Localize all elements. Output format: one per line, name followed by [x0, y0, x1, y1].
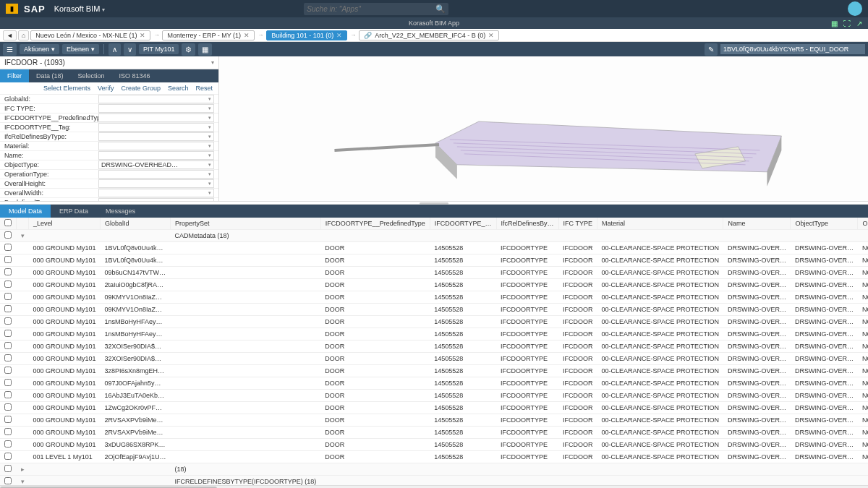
column-header[interactable]: Name — [723, 218, 791, 230]
row-checkbox[interactable] — [4, 268, 12, 275]
row-checkbox[interactable] — [4, 317, 12, 325]
bc-item-0[interactable]: Nuevo León / Mexico - MX-NLE (1)✕ — [30, 30, 150, 40]
expand-icon[interactable]: ⛶ — [843, 20, 851, 27]
column-header[interactable]: IfcRelDefinesBy… — [496, 218, 558, 230]
action-reset[interactable]: Reset — [195, 85, 213, 92]
column-header[interactable]: OperationType — [858, 218, 868, 230]
bc-item-1[interactable]: Monterrey - ERP - MY (1)✕ — [162, 30, 255, 40]
search-box[interactable]: 🔍 — [304, 3, 448, 15]
filter-select[interactable]: ▾ — [98, 142, 214, 150]
table-row[interactable]: 000 GROUND My1011BVL0fQ8v0Uu4k…DOOR14505… — [0, 242, 868, 254]
horizontal-scrollbar[interactable] — [0, 485, 868, 488]
row-checkbox[interactable] — [4, 330, 12, 337]
table-row[interactable]: 000 GROUND My10116AbJ3EuTA0eKb…DOOR14505… — [0, 390, 868, 402]
row-checkbox[interactable] — [4, 281, 12, 288]
row-checkbox[interactable] — [4, 354, 12, 361]
table-row[interactable]: 000 GROUND My1011BVL0fQ8v0Uu4k…DOOR14505… — [0, 254, 868, 267]
table-row[interactable]: 000 GROUND My1011ZwCg2OKr0vPF…DOOR145055… — [0, 402, 868, 414]
column-header[interactable]: Material — [597, 218, 723, 230]
row-checkbox[interactable] — [4, 391, 12, 398]
row-checkbox[interactable] — [4, 244, 12, 251]
table-row[interactable]: 000 GROUND My10109KMYV1On8IaZ…DOOR145055… — [0, 304, 868, 316]
filter-select[interactable]: ▾ — [98, 95, 214, 103]
row-checkbox[interactable] — [4, 293, 12, 300]
bc-item-3[interactable]: 🔗Arch_V22_EX_MEMBER_IFC4 - B (0)✕ — [359, 30, 499, 40]
column-header[interactable] — [0, 218, 17, 230]
avatar[interactable] — [848, 1, 862, 16]
data-grid[interactable]: _LevelGlobalIdPropertySetIFCDOORTYPE__Pr… — [0, 218, 868, 485]
splitter[interactable] — [0, 201, 868, 205]
close-icon[interactable]: ✕ — [488, 32, 494, 39]
table-row[interactable]: 000 GROUND My1012RVSAXPVb9iMe…DOOR145055… — [0, 414, 868, 427]
table-row[interactable]: 000 GROUND My1012taIuiO0gbC8fjRA…DOOR145… — [0, 279, 868, 291]
row-checkbox[interactable] — [4, 477, 12, 484]
filter-select[interactable]: ▾ — [98, 170, 214, 179]
up-button[interactable]: ∧ — [109, 43, 121, 56]
nav-back-button[interactable]: ◄ — [3, 30, 17, 40]
row-checkbox[interactable] — [4, 231, 12, 239]
action-create-group[interactable]: Create Group — [121, 85, 161, 92]
edit-button[interactable]: ✎ — [705, 43, 718, 56]
3d-viewer[interactable] — [219, 56, 868, 201]
filter-select[interactable]: ▾ — [98, 104, 214, 113]
action-search[interactable]: Search — [168, 85, 189, 92]
column-header[interactable]: _Level — [29, 218, 101, 230]
row-checkbox[interactable] — [4, 367, 12, 374]
layout-icon[interactable]: ▦ — [831, 20, 838, 27]
tab-model-data[interactable]: Model Data — [0, 205, 51, 218]
sidebar-tab-selection[interactable]: Selection — [71, 69, 112, 82]
row-checkbox[interactable] — [4, 440, 12, 448]
close-icon[interactable]: ✕ — [140, 32, 145, 39]
ebenen-button[interactable]: Ebenen ▾ — [62, 44, 99, 54]
sidebar-tab-iso[interactable]: ISO 81346 — [112, 69, 158, 82]
row-checkbox[interactable] — [4, 305, 12, 312]
close-icon[interactable]: ✕ — [244, 32, 250, 39]
close-icon[interactable]: ✕ — [336, 32, 342, 39]
search-icon[interactable]: 🔍 — [433, 4, 446, 14]
filter-select[interactable]: ▾ — [98, 151, 214, 160]
tab-messages[interactable]: Messages — [97, 205, 144, 218]
row-checkbox[interactable] — [4, 416, 12, 423]
nav-home-button[interactable]: ⌂ — [18, 30, 29, 40]
row-checkbox[interactable] — [4, 428, 12, 435]
column-header[interactable]: IFCDOORTYPE__PredefinedType — [320, 218, 430, 230]
row-checkbox[interactable] — [4, 465, 12, 472]
filter-select[interactable]: ▾ — [98, 189, 214, 197]
action-select-elements[interactable]: Select Elements — [43, 85, 90, 92]
app-title[interactable]: Korasoft BIM — [54, 4, 105, 13]
expand-icon[interactable]: ▸ — [17, 463, 29, 476]
sidebar-tab-data[interactable]: Data (18) — [29, 69, 71, 82]
table-row[interactable]: 000 GROUND My1012RVSAXPVb9iMe…DOOR145055… — [0, 427, 868, 439]
bc-item-2[interactable]: Building 101 - 101 (0)✕ — [266, 30, 347, 40]
group-row[interactable]: ▾IFCRELDEFINESBYTYPE(IFCDOORTYPE) (18) — [0, 476, 868, 486]
column-header[interactable] — [17, 218, 29, 230]
row-checkbox[interactable] — [4, 342, 12, 349]
export-icon[interactable]: ↗ — [856, 20, 862, 27]
chevron-down-icon[interactable]: ▾ — [211, 59, 214, 66]
table-row[interactable]: 000 GROUND My101097J0OFAjahn5y…DOOR14505… — [0, 377, 868, 390]
filter-select[interactable]: ▾ — [98, 132, 214, 141]
table-row[interactable]: 000 GROUND My10109b6uCN147tVTW…DOOR14505… — [0, 267, 868, 279]
table-row[interactable]: 000 GROUND My10109KMYV1On8IaZ…DOOR145055… — [0, 291, 868, 304]
down-button[interactable]: ∨ — [124, 43, 136, 56]
table-row[interactable]: 000 GROUND My10132XOISer90DIA$…DOOR14505… — [0, 341, 868, 353]
filter-select[interactable]: ▾ — [98, 179, 214, 188]
gear-button[interactable]: ⚙ — [182, 43, 195, 56]
menu-button[interactable]: ☰ — [3, 43, 17, 56]
sidebar-tab-filter[interactable]: Filter — [0, 69, 29, 82]
select-all-checkbox[interactable] — [4, 219, 12, 226]
column-header[interactable]: IFC TYPE — [558, 218, 597, 230]
filter-select[interactable]: ▾ — [98, 123, 214, 132]
tab-erp-data[interactable]: ERP Data — [51, 205, 97, 218]
table-row[interactable]: 000 GROUND My1013z8PI6sXn8mgEH…DOOR14505… — [0, 365, 868, 377]
code-input[interactable] — [720, 44, 865, 54]
expand-icon[interactable]: ▾ — [17, 476, 29, 486]
table-row[interactable]: 001 LEVEL 1 My1012OjOfEapjF9Avj1U…DOOR14… — [0, 451, 868, 463]
aktionen-button[interactable]: Aktionen ▾ — [20, 44, 59, 54]
row-checkbox[interactable] — [4, 256, 12, 263]
row-checkbox[interactable] — [4, 453, 12, 460]
row-checkbox[interactable] — [4, 379, 12, 386]
table-row[interactable]: 000 GROUND My1013xDUG86SX8RPK…DOOR145055… — [0, 439, 868, 451]
grid-button[interactable]: ▦ — [198, 43, 212, 56]
table-row[interactable]: 000 GROUND My1011nsMBoHyHFAey…DOOR145055… — [0, 328, 868, 341]
